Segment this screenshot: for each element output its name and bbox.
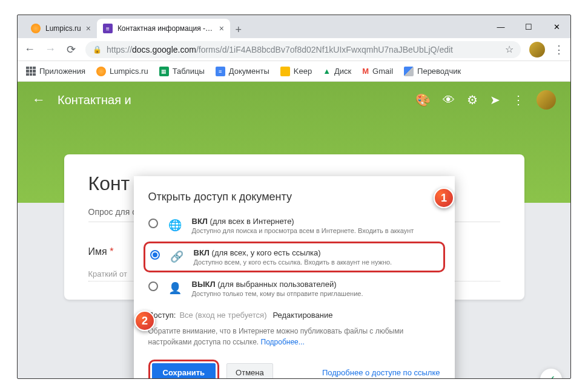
modal-title: Открыть доступ к документу [134, 191, 455, 212]
browser-tab-strip: Lumpics.ru × ≡ Контактная информация - G… [18, 15, 570, 38]
keep-icon [280, 67, 290, 76]
tab-title: Контактная информация - Goo... [117, 24, 214, 33]
send-icon[interactable]: ➤ [490, 93, 500, 107]
forward-button[interactable]: → [44, 44, 56, 56]
maximize-button[interactable]: ☐ [515, 15, 543, 38]
option-description: Доступно для поиска и просмотра всем в И… [192, 227, 440, 234]
translate-icon [404, 67, 414, 76]
option-title: ВКЛ (для всех в Интернете) [192, 217, 440, 226]
back-arrow-icon[interactable]: ← [32, 92, 45, 108]
avatar[interactable] [537, 90, 556, 110]
share-option-link-selected[interactable]: 🔗 ВКЛ (для всех, у кого есть ссылка) Дос… [144, 242, 445, 272]
gmail-icon: M [362, 67, 369, 76]
bookmark-item[interactable]: Переводчик [404, 67, 461, 76]
url-text: https://docs.google.com/forms/d/1iF4AB8b… [107, 45, 500, 54]
save-button[interactable]: Сохранить [152, 363, 216, 378]
field-label: Имя [88, 246, 107, 257]
page-title: Контактная и [58, 93, 131, 107]
profile-avatar[interactable] [529, 42, 545, 58]
bookmark-star-icon[interactable]: ☆ [505, 44, 514, 55]
lock-icon: 🔒 [93, 45, 102, 54]
bookmark-item[interactable]: Keep [280, 67, 312, 76]
share-modal: Открыть доступ к документу 🌐 ВКЛ (для вс… [134, 176, 455, 378]
required-marker: * [110, 246, 113, 257]
url-input[interactable]: 🔒 https://docs.google.com/forms/d/1iF4AB… [85, 41, 521, 58]
bookmark-item[interactable]: MGmail [362, 67, 393, 76]
palette-icon[interactable]: 🎨 [415, 93, 431, 107]
annotation-callout-2: 2 [134, 311, 155, 331]
browser-tab[interactable]: Lumpics.ru × [25, 19, 97, 38]
shield-icon[interactable]: ✓ [540, 369, 562, 378]
access-value: Все (вход не требуется) [179, 311, 266, 320]
preview-icon[interactable]: 👁 [443, 93, 455, 107]
bookmark-item[interactable]: ≡Документы [216, 67, 269, 76]
annotation-callout-1: 1 [434, 188, 454, 208]
option-title: ВКЛ (для всех, у кого есть ссылка) [194, 248, 438, 257]
cancel-button[interactable]: Отмена [226, 363, 273, 378]
more-icon[interactable]: ⋮ [512, 93, 524, 107]
sheets-icon: ▦ [159, 67, 169, 76]
option-description: Доступно всем, у кого есть ссылка. Входи… [194, 258, 438, 266]
forms-header: ← Контактная и 🎨 👁 ⚙ ➤ ⋮ [18, 82, 570, 118]
radio-icon-selected[interactable] [150, 250, 160, 260]
more-about-link[interactable]: Подробнее о доступе по ссылке [322, 368, 440, 377]
option-description: Доступно только тем, кому вы отправите п… [192, 290, 440, 297]
radio-icon[interactable] [148, 219, 158, 228]
share-option-public[interactable]: 🌐 ВКЛ (для всех в Интернете) Доступно дл… [134, 212, 455, 239]
option-title: ВЫКЛ (для выбранных пользователей) [192, 280, 440, 289]
favicon-icon [31, 24, 41, 33]
favicon-icon: ≡ [103, 24, 113, 33]
bookmark-item[interactable]: ▲Диск [323, 67, 351, 76]
site-icon [96, 67, 106, 76]
chrome-menu-icon[interactable]: ⋮ [553, 43, 564, 56]
save-highlight: Сохранить [148, 360, 220, 378]
apps-bookmark[interactable]: Приложения [26, 67, 85, 76]
back-button[interactable]: ← [24, 44, 36, 56]
settings-icon[interactable]: ⚙ [467, 93, 478, 107]
person-icon: 👤 [167, 280, 183, 297]
access-row: Доступ: Все (вход не требуется) Редактир… [134, 302, 455, 323]
radio-icon[interactable] [148, 281, 158, 291]
tab-title: Lumpics.ru [45, 24, 81, 33]
access-edit-dropdown[interactable]: Редактирование [273, 311, 332, 320]
close-icon[interactable]: × [86, 24, 91, 33]
globe-icon: 🌐 [167, 217, 183, 234]
bookmark-item[interactable]: Lumpics.ru [96, 67, 148, 76]
share-option-private[interactable]: 👤 ВЫКЛ (для выбранных пользователей) Дос… [134, 275, 455, 302]
reload-button[interactable]: ⟳ [65, 44, 77, 56]
address-bar: ← → ⟳ 🔒 https://docs.google.com/forms/d/… [18, 38, 570, 61]
bookmark-item[interactable]: ▦Таблицы [159, 67, 205, 76]
bookmarks-bar: Приложения Lumpics.ru ▦Таблицы ≡Документ… [18, 61, 570, 82]
docs-icon: ≡ [216, 67, 225, 76]
minimize-button[interactable]: — [487, 15, 515, 38]
page-content: ← Контактная и 🎨 👁 ⚙ ➤ ⋮ Конт Опрос для … [18, 82, 570, 378]
close-window-button[interactable]: ✕ [543, 15, 570, 38]
link-icon: 🔗 [168, 248, 185, 265]
browser-tab-active[interactable]: ≡ Контактная информация - Goo... × [97, 19, 230, 38]
notice-text: Обратите внимание, что в Интернете можно… [134, 323, 455, 356]
drive-icon: ▲ [323, 67, 331, 76]
new-tab-button[interactable]: + [230, 21, 247, 38]
modal-footer: Сохранить Отмена Подробнее о доступе по … [134, 356, 455, 378]
close-icon[interactable]: × [219, 24, 224, 33]
learn-more-link[interactable]: Подробнее... [261, 338, 305, 346]
apps-icon [26, 67, 36, 76]
